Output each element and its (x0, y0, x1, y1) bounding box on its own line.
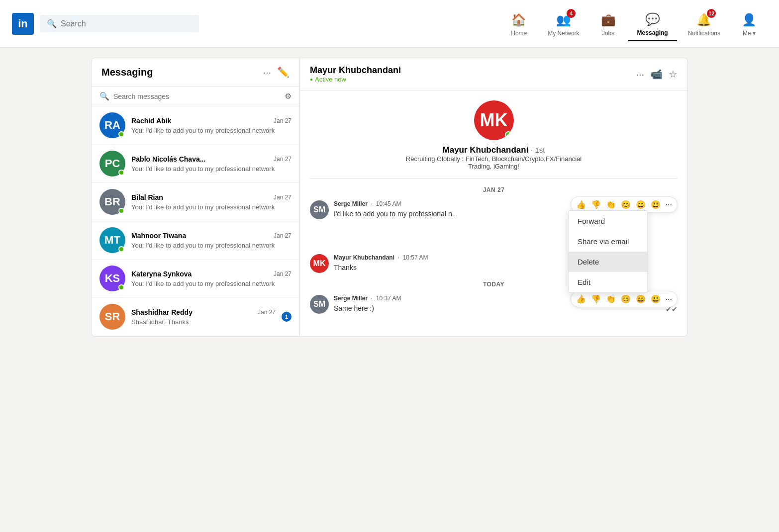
message-search-icon: 🔍 (99, 91, 109, 101)
contact-item-mahnoor[interactable]: MT Mahnoor Tiwana Jan 27 You: I'd like t… (92, 221, 299, 260)
chat-star-button[interactable]: ☆ (669, 68, 678, 80)
contact-item-pablo[interactable]: PC Pablo Nicolás Chava... Jan 27 You: I'… (92, 145, 299, 183)
thumbsdown-button-3[interactable]: 👎 (590, 293, 602, 305)
contact-name-bilal: Bilal Rian (131, 193, 163, 201)
chat-video-button[interactable]: 📹 (650, 68, 663, 80)
avatar-wrap-shashidhar: SR (99, 304, 125, 330)
contact-date-rachid: Jan 27 (274, 117, 292, 124)
contact-date-pablo: Jan 27 (274, 156, 292, 163)
contact-date-bilal: Jan 27 (274, 194, 292, 201)
contact-info-mahnoor: Mahnoor Tiwana Jan 27 You: I'd like to a… (131, 232, 292, 249)
messaging-header-actions: ··· ✏️ (263, 66, 290, 78)
home-icon-wrap: 🏠 (510, 11, 528, 29)
contact-item-bilal[interactable]: BR Bilal Rian Jan 27 You: I'd like to ad… (92, 183, 299, 221)
avatar-wrap-pablo: PC (99, 151, 125, 177)
nav-messaging[interactable]: 💬 Messaging (628, 6, 677, 41)
chat-profile-tagline: Recruiting Globally : FinTech, Blockchai… (394, 155, 593, 170)
more-reactions-button-3[interactable]: 😃 (650, 293, 662, 305)
contact-name-kateryna: Kateryna Synkova (131, 270, 192, 278)
contact-info-kateryna: Kateryna Synkova Jan 27 You: I'd like to… (131, 270, 292, 287)
linkedin-logo[interactable]: in (12, 13, 34, 35)
nav-items: 🏠 Home 👥 4 My Network 💼 Jobs 💬 Messaging (501, 6, 767, 41)
nav-me[interactable]: 👤 Me ▾ (731, 7, 767, 41)
contact-date-mahnoor: Jan 27 (274, 232, 292, 239)
smile-button-1[interactable]: 😊 (620, 199, 632, 210)
notifications-icon-wrap: 🔔 12 (695, 11, 713, 29)
contact-date-shashidhar: Jan 27 (258, 309, 276, 316)
chat-panel: Mayur Khubchandani Active now ··· 📹 ☆ MK… (300, 58, 688, 337)
online-indicator-mahnoor (118, 246, 124, 252)
nav-notifications[interactable]: 🔔 12 Notifications (679, 7, 729, 41)
context-menu-edit[interactable]: Edit (569, 272, 647, 292)
message-search-input[interactable] (113, 92, 281, 100)
message-content-1: Serge Miller · 10:45 AM I'd like to add … (334, 200, 678, 219)
contact-date-kateryna: Jan 27 (274, 270, 292, 277)
contact-name-mahnoor: Mahnoor Tiwana (131, 232, 186, 240)
nav-jobs[interactable]: 💼 Jobs (590, 7, 626, 41)
avatar-shashidhar: SR (99, 304, 125, 330)
nav-home-label: Home (511, 30, 527, 37)
messaging-compose-button[interactable]: ✏️ (277, 66, 290, 78)
profile-online-dot (505, 131, 512, 138)
chat-profile-name: Mayur Khubchandani · 1st (443, 145, 545, 155)
more-options-button-1[interactable]: ··· (665, 199, 673, 210)
more-reactions-button-1[interactable]: 😃 (650, 199, 662, 210)
search-input[interactable] (61, 19, 192, 28)
message-time-2: 10:57 AM (403, 254, 428, 261)
nav-notifications-label: Notifications (688, 30, 720, 37)
jobs-icon-wrap: 💼 (599, 11, 617, 29)
top-navigation: in 🔍 🏠 Home 👥 4 My Network 💼 Jobs (0, 0, 779, 48)
sender-name-2: Mayur Khubchandani (334, 254, 394, 261)
search-bar[interactable]: 🔍 (40, 15, 199, 32)
network-badge: 4 (567, 9, 576, 18)
contact-preview-kateryna: You: I'd like to add you to my professio… (131, 280, 292, 287)
nav-me-label: Me ▾ (743, 30, 756, 37)
chat-contact-name: Mayur Khubchandani (310, 65, 401, 76)
messaging-more-button[interactable]: ··· (263, 66, 271, 78)
smile-button-3[interactable]: 😊 (620, 293, 632, 305)
contact-item-shashidhar[interactable]: SR Shashidhar Reddy Jan 27 Shashidhar: T… (92, 298, 299, 336)
laugh-button-3[interactable]: 😄 (635, 293, 647, 305)
main-layout: Messaging ··· ✏️ 🔍 ⚙ RA Rachid Abik (91, 58, 688, 337)
contact-preview-bilal: You: I'd like to add you to my professio… (131, 203, 292, 211)
contact-name-shashidhar: Shashidhar Reddy (131, 308, 193, 316)
thumbsdown-button-1[interactable]: 👎 (590, 199, 602, 210)
avatar-wrap-kateryna: KS (99, 266, 125, 291)
contact-info-pablo: Pablo Nicolás Chava... Jan 27 You: I'd l… (131, 155, 292, 173)
message-content-3: Serge Miller · 10:37 AM Same here :) ✔✔ … (334, 295, 678, 313)
context-menu-share-email[interactable]: Share via email (569, 231, 647, 252)
avatar-wrap-rachid: RA (99, 112, 125, 138)
contact-info-bilal: Bilal Rian Jan 27 You: I'd like to add y… (131, 193, 292, 211)
messaging-panel: Messaging ··· ✏️ 🔍 ⚙ RA Rachid Abik (91, 58, 300, 337)
more-options-button-3[interactable]: ··· (665, 294, 673, 305)
message-row-3: SM Serge Miller · 10:37 AM Same here :) … (310, 295, 678, 314)
nav-home[interactable]: 🏠 Home (501, 7, 537, 41)
avatar-wrap-bilal: BR (99, 189, 125, 215)
nav-jobs-label: Jobs (602, 30, 614, 37)
contact-preview-rachid: You: I'd like to add you to my professio… (131, 127, 292, 134)
contact-item-rachid[interactable]: RA Rachid Abik Jan 27 You: I'd like to a… (92, 106, 299, 145)
message-actions-bar-3: 👍 👎 👏 😊 😄 😃 ··· (571, 291, 678, 307)
nav-network[interactable]: 👥 4 My Network (539, 7, 588, 41)
laugh-button-1[interactable]: 😄 (635, 199, 647, 210)
clap-button-1[interactable]: 👏 (605, 199, 617, 210)
clap-button-3[interactable]: 👏 (605, 293, 617, 305)
contact-name-pablo: Pablo Nicolás Chava... (131, 155, 205, 163)
chat-more-button[interactable]: ··· (636, 69, 644, 80)
context-menu-forward[interactable]: Forward (569, 211, 647, 231)
filter-icon[interactable]: ⚙ (285, 91, 292, 101)
contact-item-kateryna[interactable]: KS Kateryna Synkova Jan 27 You: I'd like… (92, 260, 299, 298)
online-indicator-kateryna (118, 284, 124, 290)
thumbsup-button-1[interactable]: 👍 (575, 199, 587, 210)
me-avatar-icon: 👤 (742, 13, 757, 27)
home-icon: 🏠 (511, 13, 526, 27)
message-search-bar[interactable]: 🔍 ⚙ (92, 87, 299, 106)
thumbsup-button-3[interactable]: 👍 (575, 293, 587, 305)
chat-profile-avatar: MK (474, 100, 514, 140)
context-menu: Forward Share via email Delete Edit (568, 210, 648, 293)
contact-preview-shashidhar: Shashidhar: Thanks (131, 318, 276, 326)
context-menu-delete[interactable]: Delete (569, 252, 647, 272)
chat-header-actions: ··· 📹 ☆ (636, 68, 678, 80)
contact-info-rachid: Rachid Abik Jan 27 You: I'd like to add … (131, 117, 292, 134)
online-indicator-pablo (118, 170, 124, 176)
